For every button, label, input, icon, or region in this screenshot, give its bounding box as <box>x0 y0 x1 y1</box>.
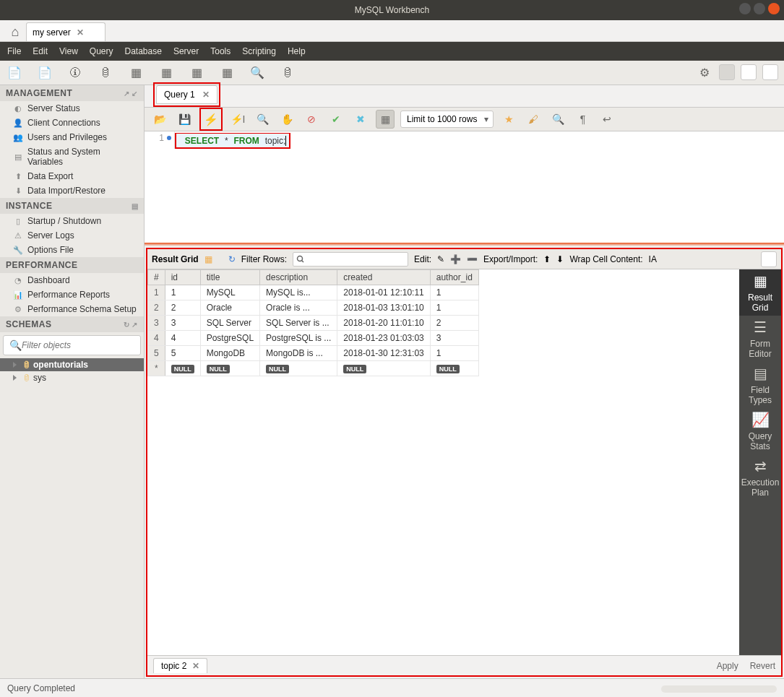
result-grid[interactable]: # id title description created author_id… <box>147 269 739 655</box>
schema-filter-input[interactable] <box>22 340 134 350</box>
execute-cursor-icon[interactable]: ⚡I <box>228 110 247 129</box>
row-limit-dropdown[interactable]: Limit to 1000 rows <box>400 111 494 128</box>
menu-view[interactable]: View <box>59 46 78 56</box>
col-header[interactable]: description <box>260 270 337 285</box>
sidebar-item-startup[interactable]: ▯Startup / Shutdown <box>0 214 144 228</box>
cell[interactable]: NULL <box>200 361 259 376</box>
result-tab-topic[interactable]: topic 2 ✕ <box>153 658 207 673</box>
cell[interactable]: * <box>148 361 165 376</box>
minimize-button[interactable] <box>739 3 751 14</box>
close-icon[interactable]: ✕ <box>202 90 210 100</box>
delete-row-icon[interactable]: ➖ <box>467 254 478 264</box>
cell[interactable]: 3 <box>165 316 200 331</box>
cell[interactable]: 1 <box>430 285 478 300</box>
instance-menu-icon[interactable]: ▤ <box>132 202 139 210</box>
col-header[interactable]: author_id <box>430 270 478 285</box>
cell[interactable]: 1 <box>148 285 165 300</box>
autocommit-toggle[interactable]: ▦ <box>376 110 395 129</box>
stop-icon[interactable]: ✋ <box>277 110 296 129</box>
cell[interactable]: 5 <box>148 346 165 361</box>
cell[interactable]: 5 <box>165 346 200 361</box>
panel-query-stats[interactable]: 📈Query Stats <box>739 408 781 454</box>
table-row[interactable]: 33SQL ServerSQL Server is ...2018-01-20 … <box>148 316 479 331</box>
explain-icon[interactable]: 🔍 <box>253 110 272 129</box>
cell[interactable]: 2 <box>430 316 478 331</box>
table-icon[interactable]: ▦ <box>127 64 145 82</box>
connection-tab[interactable]: my server ✕ <box>26 22 105 41</box>
col-header[interactable]: created <box>337 270 430 285</box>
reconnect-icon[interactable]: 🛢 <box>279 64 296 82</box>
cell[interactable]: MongoDB is ... <box>260 346 337 361</box>
menu-edit[interactable]: Edit <box>33 46 48 56</box>
search-icon[interactable]: 🔍 <box>249 64 266 82</box>
col-header[interactable]: # <box>148 270 165 285</box>
edit-icon[interactable]: ✎ <box>437 254 444 264</box>
tab-query1[interactable]: Query 1 ✕ <box>156 85 217 104</box>
cell[interactable]: 2018-01-20 11:01:10 <box>337 316 430 331</box>
cell[interactable]: NULL <box>165 361 200 376</box>
view-icon[interactable]: ▦ <box>158 64 175 82</box>
schema-icon[interactable]: 🛢 <box>97 64 114 82</box>
close-button[interactable] <box>768 3 780 14</box>
gear-icon[interactable]: ⚙ <box>696 64 713 82</box>
toggle-bottom-pane-button[interactable] <box>741 64 757 80</box>
home-icon[interactable]: ⌂ <box>4 22 26 41</box>
sidebar-item-users[interactable]: 👥Users and Privileges <box>0 130 144 144</box>
menu-scripting[interactable]: Scripting <box>242 46 276 56</box>
sidebar-item-options[interactable]: 🔧Options File <box>0 243 144 257</box>
toggle-side-panel-button[interactable] <box>761 251 777 267</box>
table-row[interactable]: 11MySQLMySQL is...2018-01-01 12:10:111 <box>148 285 479 300</box>
toggle-right-pane-button[interactable] <box>762 64 778 80</box>
panel-execution-plan[interactable]: ⇄Execution Plan <box>739 454 781 501</box>
cell[interactable]: 1 <box>165 285 200 300</box>
cell[interactable]: NULL <box>337 361 430 376</box>
refresh-icon[interactable]: ↻ ↗ <box>124 321 138 329</box>
save-file-icon[interactable]: 💾 <box>175 110 194 129</box>
cell[interactable]: 2018-01-23 01:03:03 <box>337 331 430 346</box>
apply-button[interactable]: Apply <box>717 661 738 671</box>
grid-icon[interactable]: ▦ <box>204 254 212 264</box>
sidebar-item-server-status[interactable]: ◐Server Status <box>0 101 144 116</box>
table-row[interactable]: 22OracleOracle is ...2018-01-03 13:01:10… <box>148 300 479 316</box>
maximize-button[interactable] <box>754 3 765 14</box>
sidebar-item-client-connections[interactable]: 👤Client Connections <box>0 116 144 130</box>
sidebar-item-status-vars[interactable]: ▤Status and System Variables <box>0 144 144 169</box>
cell[interactable]: NULL <box>260 361 337 376</box>
menu-file[interactable]: File <box>7 46 21 56</box>
new-sql-tab-icon[interactable]: 📄 <box>6 64 23 82</box>
cell[interactable]: SQL Server <box>200 316 259 331</box>
cell[interactable]: SQL Server is ... <box>260 316 337 331</box>
sidebar-item-perf-schema[interactable]: ⚙Performance Schema Setup <box>0 302 144 316</box>
rollback-icon[interactable]: ✖ <box>351 110 370 129</box>
table-row[interactable]: *NULLNULLNULLNULLNULL <box>148 361 479 376</box>
menu-query[interactable]: Query <box>90 46 113 56</box>
cell[interactable]: 3 <box>430 331 478 346</box>
close-icon[interactable]: ✕ <box>77 27 84 38</box>
refresh-icon[interactable]: ↻ <box>228 254 236 264</box>
filter-rows-input[interactable] <box>293 252 408 267</box>
inspector-icon[interactable]: 🛈 <box>66 64 84 82</box>
sidebar-item-perf-reports[interactable]: 📊Performance Reports <box>0 287 144 302</box>
cell[interactable]: MongoDB <box>200 346 259 361</box>
cell[interactable]: MySQL is... <box>260 285 337 300</box>
function-icon[interactable]: ▦ <box>218 64 236 82</box>
cell[interactable]: 3 <box>148 316 165 331</box>
sidebar-item-logs[interactable]: ⚠Server Logs <box>0 228 144 243</box>
procedure-icon[interactable]: ▦ <box>188 64 205 82</box>
menu-database[interactable]: Database <box>125 46 162 56</box>
sidebar-item-data-import[interactable]: ⬇Data Import/Restore <box>0 183 144 198</box>
cell[interactable]: PostgreSQL <box>200 331 259 346</box>
scrollbar[interactable] <box>661 685 777 693</box>
cell[interactable]: 2018-01-30 12:31:03 <box>337 346 430 361</box>
cell[interactable]: 2018-01-03 13:01:10 <box>337 300 430 316</box>
sql-editor-line[interactable]: SELECT * FROM topic; <box>176 134 289 147</box>
schema-sys[interactable]: 🛢sys <box>0 371 144 384</box>
sidebar-item-dashboard[interactable]: ◔Dashboard <box>0 273 144 287</box>
col-header[interactable]: id <box>165 270 200 285</box>
cell[interactable]: 1 <box>430 300 478 316</box>
cell[interactable]: 2 <box>165 300 200 316</box>
open-file-icon[interactable]: 📂 <box>150 110 169 129</box>
table-row[interactable]: 55MongoDBMongoDB is ...2018-01-30 12:31:… <box>148 346 479 361</box>
export-icon[interactable]: ⬆ <box>543 254 551 264</box>
commit-icon[interactable]: ✔ <box>327 110 345 129</box>
